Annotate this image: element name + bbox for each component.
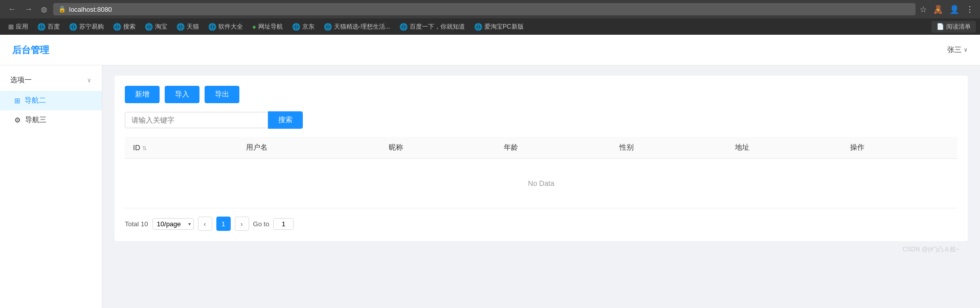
table-header: ID ⇅ 用户名 昵称 年龄 性别 地址 操作 — [125, 137, 957, 159]
search-input[interactable] — [125, 112, 268, 128]
app-wrapper: 后台管理 张三 ∨ 选项一 ∨ ⊞ 导航二 ⚙ 导航三 — [0, 35, 980, 308]
extensions-icon[interactable]: 🧸 — [933, 5, 943, 14]
star-icon[interactable]: ☆ — [920, 5, 927, 14]
sidebar-nav3-label: 导航三 — [25, 115, 47, 125]
sidebar-menu-option1[interactable]: 选项一 ∨ — [0, 69, 102, 91]
refresh-button[interactable]: ◍ — [39, 4, 49, 14]
content-card: 新增 导入 导出 搜索 ID ⇅ — [115, 76, 968, 241]
nav3-icon: ⚙ — [14, 116, 21, 124]
forward-button[interactable]: → — [23, 4, 35, 15]
app-logo: 后台管理 — [12, 44, 49, 56]
col-nickname: 昵称 — [381, 137, 496, 159]
user-dropdown-icon: ∨ — [964, 46, 968, 53]
bookmark-aitaobao[interactable]: 🌐 爱淘宝PC新版 — [470, 21, 528, 33]
bookmark-apps[interactable]: ⊞ 应用 — [4, 21, 32, 33]
jd-icon: 🌐 — [292, 23, 300, 31]
browser-right-icons: ☆ 🧸 👤 ⋮ — [920, 5, 974, 14]
col-age: 年龄 — [496, 137, 611, 159]
col-gender: 性别 — [611, 137, 727, 159]
back-button[interactable]: ← — [6, 4, 18, 15]
col-id: ID ⇅ — [125, 137, 238, 159]
bookmark-suning[interactable]: 🌐 苏宁易购 — [65, 21, 108, 33]
bookmark-nav-label: 网址导航 — [258, 22, 283, 31]
tianmao2-icon: 🌐 — [324, 23, 332, 31]
sidebar-item-nav2[interactable]: ⊞ 导航二 — [0, 91, 102, 110]
user-menu[interactable]: 张三 ∨ — [947, 45, 968, 55]
bookmarks-bar: ⊞ 应用 🌐 百度 🌐 苏宁易购 🌐 搜索 🌐 淘宝 🌐 天猫 🌐 软件大全 ● — [0, 18, 980, 35]
search-area: 搜索 — [125, 111, 957, 129]
baidu-icon: 🌐 — [37, 23, 46, 31]
reading-list-label: 阅读清单 — [946, 22, 971, 31]
reading-list-button[interactable]: 📄 阅读清单 — [931, 21, 976, 33]
menu-icon[interactable]: ⋮ — [966, 5, 974, 14]
bookmark-search-label: 搜索 — [123, 22, 136, 31]
page-size-select[interactable]: 10/page 20/page 50/page — [152, 218, 194, 230]
browser-chrome: ← → ◍ 🔒 localhost:8080 ☆ 🧸 👤 ⋮ ⊞ 应用 🌐 百度… — [0, 0, 980, 35]
browser-titlebar: ← → ◍ 🔒 localhost:8080 ☆ 🧸 👤 ⋮ — [0, 0, 980, 18]
table-body: No Data — [125, 159, 957, 208]
bookmark-tianmao2-label: 天猫精选-理想生活... — [334, 22, 390, 31]
col-username: 用户名 — [238, 137, 380, 159]
bookmark-jd[interactable]: 🌐 京东 — [288, 21, 319, 33]
bookmark-apps-label: 应用 — [16, 22, 28, 31]
bookmark-baidu2[interactable]: 🌐 百度一下，你就知道 — [395, 21, 469, 33]
bookmark-baidu2-label: 百度一下，你就知道 — [410, 22, 465, 31]
aitaobao-icon: 🌐 — [474, 23, 482, 31]
bookmark-baidu-label: 百度 — [48, 22, 60, 31]
suning-icon: 🌐 — [69, 23, 77, 31]
export-button[interactable]: 导出 — [205, 86, 239, 103]
baidu2-icon: 🌐 — [399, 23, 408, 31]
url-text: localhost:8080 — [69, 6, 112, 13]
page-size-wrapper: 10/page 20/page 50/page — [152, 218, 194, 230]
bookmark-baidu[interactable]: 🌐 百度 — [33, 21, 64, 33]
sidebar-item-nav3[interactable]: ⚙ 导航三 — [0, 110, 102, 130]
tianmao-icon: 🌐 — [176, 23, 185, 31]
no-data-text: No Data — [125, 159, 957, 208]
apps-icon: ⊞ — [8, 23, 14, 31]
bookmark-aitaobao-label: 爱淘宝PC新版 — [484, 22, 524, 31]
no-data-row: No Data — [125, 159, 957, 208]
total-label: Total 10 — [125, 220, 148, 228]
bookmark-search[interactable]: 🌐 搜索 — [109, 21, 140, 33]
sidebar: 选项一 ∨ ⊞ 导航二 ⚙ 导航三 — [0, 65, 102, 308]
bookmark-tianmao-label: 天猫 — [187, 22, 199, 31]
toolbar: 新增 导入 导出 — [125, 86, 957, 103]
bookmark-software-label: 软件大全 — [218, 22, 243, 31]
bookmark-taobao-label: 淘宝 — [155, 22, 167, 31]
profile-icon[interactable]: 👤 — [949, 5, 960, 14]
sidebar-arrow-icon: ∨ — [87, 77, 92, 84]
bookmark-jd-label: 京东 — [302, 22, 315, 31]
lock-icon: 🔒 — [58, 6, 66, 13]
sidebar-nav2-label: 导航二 — [25, 96, 46, 105]
app-body: 选项一 ∨ ⊞ 导航二 ⚙ 导航三 新增 导入 导出 — [0, 65, 980, 308]
sort-icon-id[interactable]: ⇅ — [142, 145, 147, 151]
bookmark-nav[interactable]: ● 网址导航 — [248, 21, 287, 33]
bookmark-software[interactable]: 🌐 软件大全 — [204, 21, 247, 33]
add-button[interactable]: 新增 — [125, 86, 160, 103]
nav-icon: ● — [252, 23, 256, 31]
search-button[interactable]: 搜索 — [268, 111, 303, 129]
goto-input[interactable] — [273, 218, 294, 230]
pagination: Total 10 10/page 20/page 50/page ‹ 1 › G… — [125, 217, 957, 231]
user-name: 张三 — [947, 45, 962, 55]
col-address: 地址 — [727, 137, 842, 159]
search-bk-icon: 🌐 — [113, 23, 121, 31]
bookmark-taobao[interactable]: 🌐 淘宝 — [141, 21, 171, 33]
data-table: ID ⇅ 用户名 昵称 年龄 性别 地址 操作 — [125, 137, 957, 208]
taobao-icon: 🌐 — [145, 23, 153, 31]
sidebar-option1-label: 选项一 — [10, 76, 32, 85]
software-icon: 🌐 — [208, 23, 216, 31]
import-button[interactable]: 导入 — [165, 86, 199, 103]
current-page: 1 — [216, 217, 231, 231]
nav2-icon: ⊞ — [14, 97, 20, 105]
app-header: 后台管理 张三 ∨ — [0, 35, 980, 65]
reading-list-icon: 📄 — [937, 23, 944, 30]
watermark: CSDN @(#")凸＆贱~ — [115, 241, 968, 258]
next-page-button[interactable]: › — [235, 217, 249, 231]
prev-page-button[interactable]: ‹ — [198, 217, 212, 231]
bookmark-tianmao2[interactable]: 🌐 天猫精选-理想生活... — [320, 21, 394, 33]
address-bar[interactable]: 🔒 localhost:8080 — [53, 3, 916, 15]
bookmark-suning-label: 苏宁易购 — [79, 22, 104, 31]
main-content: 新增 导入 导出 搜索 ID ⇅ — [102, 65, 980, 308]
bookmark-tianmao[interactable]: 🌐 天猫 — [172, 21, 203, 33]
